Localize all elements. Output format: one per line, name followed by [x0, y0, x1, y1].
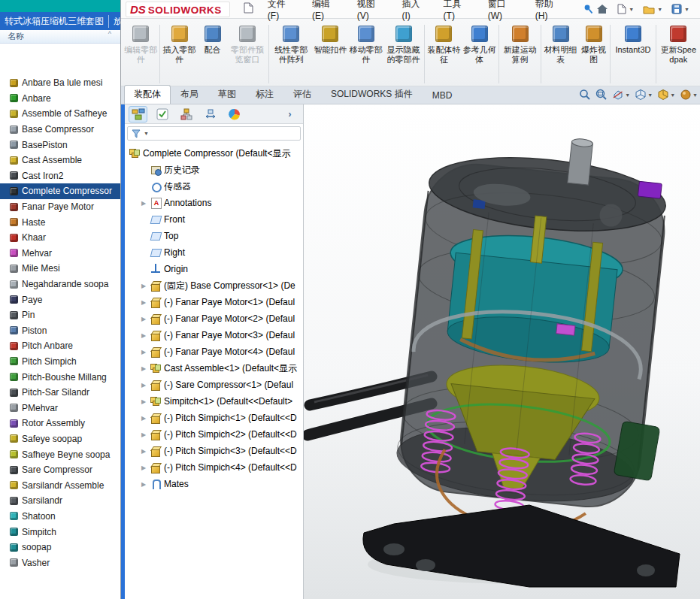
expand-arrow-icon[interactable]: ▶: [140, 382, 147, 389]
expand-arrow-icon[interactable]: ▶: [140, 299, 147, 306]
expand-arrow-icon[interactable]: ▶: [140, 415, 147, 422]
tab-sketch[interactable]: 草图: [208, 85, 246, 104]
file-item[interactable]: Anbare Ba lule mesi: [0, 75, 120, 91]
show-hidden-components-button[interactable]: 显示隐藏的零部件: [384, 23, 423, 67]
move-component-button[interactable]: 移动零部件: [348, 23, 383, 67]
new-motion-study-button[interactable]: 新建运动算例: [501, 23, 539, 67]
insert-component-button[interactable]: 插入零部件: [162, 23, 196, 67]
file-item[interactable]: Pin: [0, 307, 120, 323]
tree-item[interactable]: 历史记录: [125, 162, 303, 178]
menu-insert[interactable]: 插入(I): [395, 0, 435, 23]
propertymanager-tab[interactable]: [153, 106, 171, 123]
zoom-area-icon[interactable]: [595, 89, 608, 101]
bill-of-materials-button[interactable]: 材料明细表: [543, 23, 577, 67]
menu-tools[interactable]: 工具(T): [437, 0, 480, 23]
new-document-icon[interactable]: ▼: [617, 4, 634, 14]
mate-button[interactable]: 配合: [198, 23, 228, 58]
tree-item[interactable]: ▶Cast Assemble<1> (Default<显示: [125, 360, 303, 377]
save-icon[interactable]: ▼: [671, 4, 689, 14]
menu-help[interactable]: 帮助(H): [529, 0, 572, 23]
appearance-icon[interactable]: ▼: [680, 89, 698, 101]
file-item[interactable]: Shatoon: [0, 509, 120, 525]
file-item[interactable]: Sarsilandr: [0, 493, 120, 509]
tree-item[interactable]: ▶(-) Fanar Paye Motor<1> (Defaul: [125, 294, 303, 310]
update-speedpak-button[interactable]: 更新Speedpak: [658, 23, 699, 67]
tree-item[interactable]: ▶(-) Pitch Simpich<2> (Default<<D: [125, 426, 303, 443]
open-icon[interactable]: ▼: [643, 5, 662, 14]
menu-view[interactable]: 视图(V): [350, 0, 394, 23]
dimxpertmanager-tab[interactable]: [201, 106, 220, 123]
tree-root-assembly[interactable]: Complete Compressor (Default<显示: [125, 145, 303, 162]
file-item[interactable]: Base Compressor: [0, 122, 120, 138]
file-item[interactable]: Anbare: [0, 91, 120, 107]
graphics-viewport[interactable]: [304, 104, 700, 599]
tree-filter-bar[interactable]: ▼: [127, 126, 301, 141]
tree-item[interactable]: Front: [125, 211, 303, 228]
home-icon[interactable]: [596, 4, 608, 14]
tab-layout[interactable]: 布局: [171, 85, 208, 104]
tab-evaluate[interactable]: 评估: [283, 85, 321, 104]
file-item[interactable]: Safheye Beyne soopa: [0, 446, 120, 462]
smart-fasteners-button[interactable]: 智能扣件: [313, 23, 347, 58]
linear-component-pattern-button[interactable]: 线性零部件阵列: [271, 23, 312, 67]
expand-arrow-icon[interactable]: ▶: [140, 448, 147, 455]
file-item[interactable]: Sarsilandr Assemble: [0, 477, 120, 493]
file-item[interactable]: Pitch Simpich: [0, 354, 120, 370]
tree-item[interactable]: ▶(固定) Base Compressor<1> (De: [125, 277, 303, 294]
file-item[interactable]: Safeye soopap: [0, 431, 120, 447]
tab-solidworks-addins[interactable]: SOLIDWORKS 插件: [321, 85, 423, 104]
menu-file[interactable]: 文件(F): [261, 0, 304, 23]
pin-menu-icon[interactable]: [583, 4, 593, 14]
expand-arrow-icon[interactable]: ▶: [140, 349, 147, 355]
exploded-view-button[interactable]: 爆炸视图: [579, 23, 609, 67]
tree-item[interactable]: ▶Annotations: [125, 195, 303, 211]
file-item[interactable]: Paye: [0, 292, 120, 307]
tree-item[interactable]: ▶(-) Pitch Simpich<1> (Default<<D: [125, 410, 303, 426]
file-item[interactable]: Assemble of Safheye: [0, 106, 120, 122]
file-item[interactable]: Pitch-Sar Silandr: [0, 385, 120, 401]
expand-arrow-icon[interactable]: ▶: [140, 332, 147, 339]
file-item[interactable]: PMehvar: [0, 400, 120, 416]
expand-arrow-icon[interactable]: ▶: [140, 283, 147, 289]
expand-arrow-icon[interactable]: ▶: [140, 398, 147, 405]
file-item[interactable]: Mehvar: [0, 246, 120, 262]
panel-expand-chevron[interactable]: ›: [280, 106, 299, 123]
section-view-icon[interactable]: ▼: [612, 89, 630, 101]
tree-item[interactable]: ▶(-) Fanar Paye Motor<4> (Defaul: [125, 343, 303, 360]
file-item-selected[interactable]: Complete Compressor: [0, 183, 120, 199]
expand-arrow-icon[interactable]: ▶: [140, 481, 147, 488]
file-item[interactable]: Fanar Paye Motor: [0, 199, 120, 215]
tree-item[interactable]: ▶(-) Fanar Paye Motor<2> (Defaul: [125, 310, 303, 327]
displaymanager-tab[interactable]: [225, 106, 244, 123]
file-item[interactable]: Cast Assemble: [0, 153, 120, 168]
view-orientation-icon[interactable]: ▼: [635, 89, 653, 101]
assembly-features-button[interactable]: 装配体特征: [426, 23, 461, 67]
menu-window[interactable]: 窗口(W): [481, 0, 527, 23]
column-header-name[interactable]: 名称 ^: [0, 30, 120, 44]
file-item[interactable]: Cast Iron2: [0, 168, 120, 184]
reference-geometry-button[interactable]: 参考几何体: [462, 23, 497, 67]
tree-item[interactable]: ▶Simpitch<1> (Default<<Default>: [125, 393, 303, 410]
expand-arrow-icon[interactable]: ▶: [140, 431, 147, 438]
file-item[interactable]: Sare Compressor: [0, 462, 120, 478]
tree-item[interactable]: ▶(-) Fanar Paye Motor<3> (Defaul: [125, 327, 303, 343]
featuremanager-tab[interactable]: [129, 106, 147, 123]
tab-assembly[interactable]: 装配体: [124, 85, 171, 104]
menu-edit[interactable]: 编辑(E): [305, 0, 349, 23]
tree-item[interactable]: Origin: [125, 261, 303, 277]
configurationmanager-tab[interactable]: [177, 106, 195, 123]
file-item[interactable]: Mile Mesi: [0, 261, 120, 277]
tree-item[interactable]: ▶(-) Pitch Simpich<4> (Default<<D: [125, 459, 303, 476]
expand-arrow-icon[interactable]: ▶: [140, 200, 147, 207]
tab-annotation[interactable]: 标注: [246, 85, 283, 104]
expand-arrow-icon[interactable]: ▶: [140, 316, 147, 322]
file-item[interactable]: Pitch-Boushe Millang: [0, 369, 120, 385]
display-style-icon[interactable]: ▼: [657, 89, 675, 101]
compressor-model[interactable]: [304, 104, 700, 599]
file-item[interactable]: Piston: [0, 323, 120, 339]
tree-item[interactable]: ▶Mates: [125, 476, 303, 492]
file-item[interactable]: Khaar: [0, 230, 120, 246]
file-item[interactable]: Haste: [0, 214, 120, 230]
tree-item[interactable]: ▶(-) Sare Compressor<1> (Defaul: [125, 377, 303, 393]
file-item[interactable]: Rotor Assembly: [0, 416, 120, 431]
